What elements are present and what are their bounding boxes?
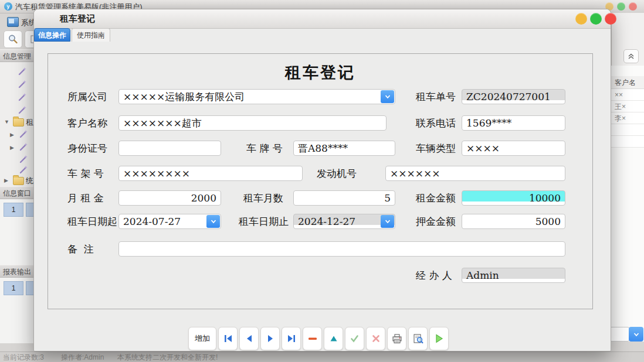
edit-record-icon [330, 334, 338, 343]
label-engine-no: 发动机号 [317, 166, 357, 182]
search-button[interactable] [4, 30, 22, 48]
label-company: 所属公司 [67, 89, 107, 105]
add-button[interactable]: 增加 [188, 327, 216, 350]
phone-field[interactable]: 1569**** [462, 115, 565, 131]
first-record-icon [223, 334, 233, 343]
tree-folder-rent[interactable]: 租 [26, 117, 33, 128]
status-note: 本系统支持二次开发和全新开发! [117, 353, 218, 362]
dialog-maximize-button[interactable] [590, 13, 602, 25]
post-record-icon [350, 334, 359, 343]
combo-arrow-icon[interactable] [381, 90, 394, 103]
folder-icon[interactable] [13, 177, 24, 185]
maximize-button[interactable] [617, 2, 625, 11]
post-record-button[interactable] [345, 327, 364, 350]
tree-collapse-icon[interactable]: ▶ [10, 130, 14, 139]
wand-icon[interactable] [19, 155, 28, 164]
deposit-field[interactable]: 5000 [462, 214, 565, 229]
rental-registration-dialog: 租车登记 信息操作 使用指南 租车登记 所属公司 ×××××运输服务有限公司 租… [33, 9, 611, 351]
customer-field[interactable]: ×××××××超市 [118, 115, 387, 131]
dialog-titlebar[interactable] [34, 9, 611, 29]
label-vehicle-type: 车辆类型 [416, 141, 456, 156]
folder-icon[interactable] [13, 118, 24, 127]
chevron-down-icon [633, 331, 640, 338]
label-date-start: 租车日期起 [67, 214, 117, 230]
info-row-index[interactable]: 1 [4, 203, 23, 217]
label-customer: 客户名称 [67, 115, 107, 131]
close-button[interactable] [629, 2, 637, 11]
screen: y 汽车租赁管理系统美易版(非注册用户) 系统 信息管理 ▼ 租 ▶ ▶ ▶ 统… [0, 0, 644, 362]
system-menu-icon [7, 17, 19, 27]
company-select[interactable]: ×××××运输服务有限公司 [118, 89, 395, 104]
wand-icon[interactable] [18, 93, 27, 102]
tree-expand-icon[interactable]: ▼ [4, 117, 9, 127]
customer-row[interactable]: 李× [611, 112, 644, 124]
frame-no-field[interactable]: ×××××××× [118, 166, 303, 181]
background-combo-arrow[interactable] [629, 327, 643, 341]
operator-field: Admin [462, 268, 565, 283]
app-logo-icon: y [4, 2, 12, 11]
combo-arrow-icon[interactable] [206, 215, 220, 228]
cancel-record-button[interactable] [366, 327, 385, 350]
date-start-value: 2024-07-27 [123, 216, 181, 227]
label-deposit: 押金金额 [416, 214, 456, 230]
label-plate: 车 牌 号 [246, 141, 283, 156]
tree-folder-stats[interactable]: 统 [26, 176, 33, 186]
collapse-panel-button[interactable] [623, 49, 639, 63]
cancel-record-icon [372, 334, 380, 343]
customer-row-empty [611, 124, 644, 136]
main-window-controls [605, 2, 637, 11]
customer-row-empty [611, 136, 644, 148]
tree-collapse-icon[interactable]: ▶ [10, 143, 14, 152]
rent-total-field: 10000 [462, 190, 565, 206]
next-record-icon [266, 334, 274, 343]
label-order-no: 租车单号 [416, 89, 456, 105]
tab-info-operation[interactable]: 信息操作 [34, 28, 70, 42]
print-preview-button[interactable] [408, 327, 428, 350]
execute-button[interactable] [429, 327, 449, 350]
form-title: 租车登记 [48, 62, 592, 83]
customer-list-header: 客户名 [611, 76, 644, 89]
label-operator: 经 办 人 [416, 268, 452, 284]
print-icon [392, 334, 402, 344]
previous-record-button[interactable] [239, 327, 259, 350]
engine-no-field[interactable]: ×××××× [385, 166, 565, 181]
execute-icon [435, 334, 443, 343]
print-preview-icon [413, 334, 423, 344]
label-monthly-rent: 月 租 金 [67, 190, 104, 206]
date-end-picker[interactable]: 2024-12-27 [293, 214, 395, 229]
dialog-minimize-button[interactable] [575, 13, 587, 25]
tab-user-guide[interactable]: 使用指南 [72, 28, 110, 42]
remark-field[interactable] [118, 241, 565, 257]
label-rent-total: 租金金额 [416, 190, 456, 206]
wand-icon[interactable] [19, 129, 28, 139]
date-start-picker[interactable]: 2024-07-27 [118, 214, 221, 229]
next-record-button[interactable] [260, 327, 280, 350]
print-button[interactable] [387, 327, 406, 350]
last-record-button[interactable] [282, 327, 301, 350]
wand-icon[interactable] [19, 165, 28, 175]
combo-arrow-icon[interactable] [381, 215, 394, 228]
vehicle-type-field[interactable]: ×××× [462, 141, 565, 156]
months-field[interactable]: 5 [293, 190, 395, 206]
wand-icon[interactable] [19, 142, 28, 152]
label-date-end: 租车日期止 [239, 214, 289, 230]
record-navigator-toolbar: 增加 [188, 327, 449, 350]
wand-icon[interactable] [18, 105, 27, 115]
monthly-rent-field[interactable]: 2000 [118, 190, 221, 206]
label-months: 租车月数 [243, 190, 283, 206]
report-row-index[interactable]: 1 [4, 281, 23, 295]
tree-collapse-icon[interactable]: ▶ [4, 176, 8, 185]
edit-record-button[interactable] [324, 327, 343, 350]
customer-row[interactable]: ×× [611, 89, 644, 101]
label-frame-no: 车 架 号 [67, 166, 104, 182]
wand-icon[interactable] [18, 80, 27, 89]
first-record-button[interactable] [218, 327, 238, 350]
plate-field[interactable]: 晋A88**** [293, 141, 395, 156]
wand-icon[interactable] [18, 67, 27, 76]
customer-row[interactable]: 王× [611, 101, 644, 112]
dialog-close-button[interactable] [605, 13, 616, 25]
delete-record-button[interactable] [303, 327, 322, 350]
company-value: ×××××运输服务有限公司 [123, 91, 245, 103]
date-end-value: 2024-12-27 [298, 216, 355, 227]
id-no-field[interactable] [118, 141, 221, 156]
